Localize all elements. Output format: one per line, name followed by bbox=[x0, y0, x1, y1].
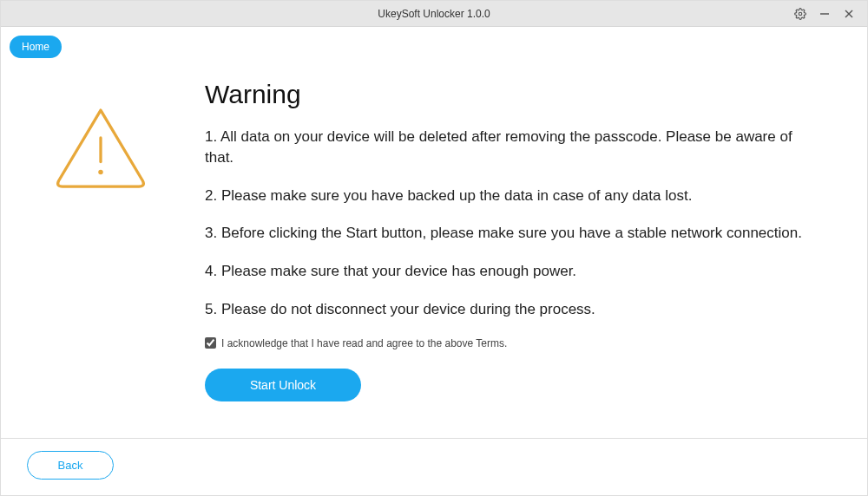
home-bar: Home bbox=[1, 27, 867, 58]
svg-point-5 bbox=[98, 170, 103, 175]
warning-icon-column bbox=[53, 80, 192, 429]
warning-item: 1. All data on your device will be delet… bbox=[205, 127, 806, 168]
terms-row[interactable]: I acknowledge that I have read and agree… bbox=[205, 337, 806, 349]
main-content: Warning 1. All data on your device will … bbox=[1, 58, 867, 438]
titlebar: UkeySoft Unlocker 1.0.0 bbox=[1, 1, 867, 27]
back-button[interactable]: Back bbox=[27, 451, 114, 480]
warning-item: 3. Before clicking the Start button, ple… bbox=[205, 223, 806, 244]
home-button[interactable]: Home bbox=[10, 36, 62, 58]
start-unlock-button[interactable]: Start Unlock bbox=[205, 369, 361, 401]
warning-item: 2. Please make sure you have backed up t… bbox=[205, 186, 806, 206]
footer: Back bbox=[1, 438, 867, 495]
close-icon[interactable] bbox=[843, 8, 855, 20]
warning-triangle-icon bbox=[53, 104, 148, 191]
svg-point-0 bbox=[799, 12, 802, 16]
terms-checkbox[interactable] bbox=[205, 337, 216, 349]
content-column: Warning 1. All data on your device will … bbox=[192, 80, 806, 429]
warning-item: 5. Please do not disconnect your device … bbox=[205, 299, 806, 320]
page-title: Warning bbox=[205, 80, 806, 109]
warning-item: 4. Please make sure that your device has… bbox=[205, 261, 806, 282]
titlebar-controls bbox=[794, 1, 867, 26]
window-title: UkeySoft Unlocker 1.0.0 bbox=[378, 8, 490, 20]
terms-label: I acknowledge that I have read and agree… bbox=[221, 337, 507, 349]
settings-icon[interactable] bbox=[794, 8, 806, 20]
minimize-icon[interactable] bbox=[819, 8, 831, 20]
warning-list: 1. All data on your device will be delet… bbox=[205, 127, 806, 320]
